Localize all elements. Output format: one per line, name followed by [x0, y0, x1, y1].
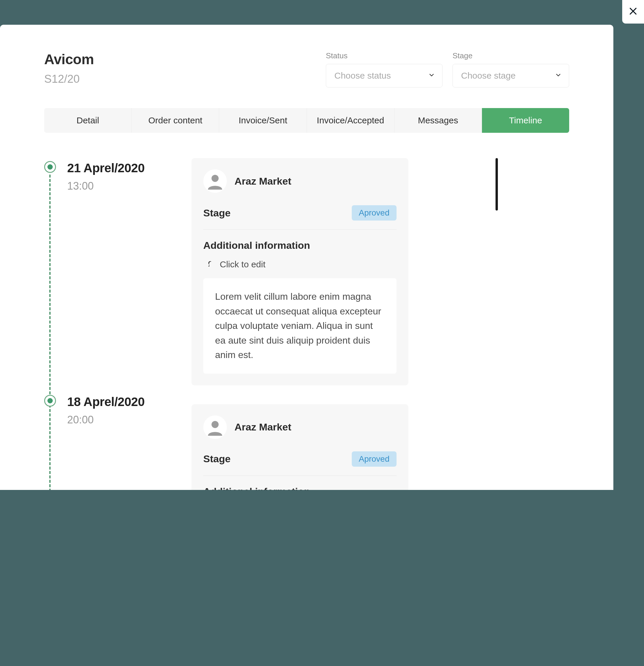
tab-invoice-accepted[interactable]: Invoice/Accepted [307, 108, 394, 133]
avatar [203, 169, 227, 193]
page-title: Avicom [44, 51, 94, 67]
additional-info-label: Additional information [203, 486, 396, 490]
edit-text: Click to edit [220, 259, 266, 269]
modal-header: Avicom S12/20 Status Choose status Stage… [44, 51, 569, 87]
edit-icon [205, 260, 214, 269]
timeline-entry: 18 Aprel/2020 20:00 [44, 395, 145, 426]
tab-detail[interactable]: Detail [44, 108, 132, 133]
close-icon [628, 4, 638, 19]
timeline-line [49, 175, 51, 490]
page-subtitle: S12/20 [44, 73, 94, 85]
stage-row: Stage Aproved [203, 451, 396, 476]
card-header: Araz Market [203, 169, 396, 193]
scrollbar[interactable] [495, 158, 498, 211]
stage-select[interactable]: Choose stage [453, 64, 569, 87]
svg-point-2 [211, 175, 219, 182]
timeline-cards: Araz Market Stage Aproved Additional inf… [191, 158, 408, 490]
tabs: Detail Order content Invoice/Sent Invoic… [44, 108, 569, 133]
status-label: Status [326, 51, 442, 60]
stage-label: Stage [453, 51, 569, 60]
stage-placeholder: Choose stage [461, 71, 515, 81]
stage-select-group: Stage Choose stage [453, 51, 569, 87]
selector-group: Status Choose status Stage Choose stage [326, 51, 569, 87]
timeline-dot-icon [44, 395, 56, 407]
tab-invoice-sent[interactable]: Invoice/Sent [219, 108, 307, 133]
status-badge: Aproved [352, 205, 396, 221]
svg-point-3 [211, 421, 219, 428]
card-header: Araz Market [203, 416, 396, 439]
edit-row[interactable]: Click to edit [203, 259, 396, 269]
card-username: Araz Market [235, 421, 291, 433]
close-button[interactable] [622, 0, 644, 23]
stage-label: Stage [203, 453, 231, 465]
chevron-down-icon [428, 72, 435, 80]
status-badge: Aproved [352, 451, 396, 467]
timeline-dot-icon [44, 161, 56, 173]
timeline: 21 Aprel/2020 13:00 18 Aprel/2020 20:00 … [44, 158, 569, 490]
timeline-rail: 21 Aprel/2020 13:00 18 Aprel/2020 20:00 [44, 158, 185, 490]
additional-info-label: Additional information [203, 240, 396, 251]
timeline-card: Araz Market Stage Aproved Additional inf… [191, 158, 408, 385]
order-modal: Avicom S12/20 Status Choose status Stage… [0, 25, 613, 490]
timeline-card: Araz Market Stage Aproved Additional inf… [191, 404, 408, 490]
tab-order-content[interactable]: Order content [132, 108, 219, 133]
title-block: Avicom S12/20 [44, 51, 94, 85]
stage-label: Stage [203, 207, 231, 219]
tab-messages[interactable]: Messages [394, 108, 482, 133]
status-select[interactable]: Choose status [326, 64, 442, 87]
timeline-date: 18 Aprel/2020 [44, 395, 145, 409]
timeline-date: 21 Aprel/2020 [44, 161, 145, 175]
timeline-time: 20:00 [44, 414, 145, 426]
status-select-group: Status Choose status [326, 51, 442, 87]
tab-timeline[interactable]: Timeline [482, 108, 569, 133]
note-content: Lorem velit cillum labore enim magna occ… [203, 278, 396, 374]
avatar [203, 416, 227, 439]
timeline-time: 13:00 [44, 180, 145, 192]
card-username: Araz Market [235, 175, 291, 187]
status-placeholder: Choose status [334, 71, 391, 81]
stage-row: Stage Aproved [203, 205, 396, 230]
chevron-down-icon [555, 72, 562, 80]
timeline-entry: 21 Aprel/2020 13:00 [44, 161, 145, 192]
